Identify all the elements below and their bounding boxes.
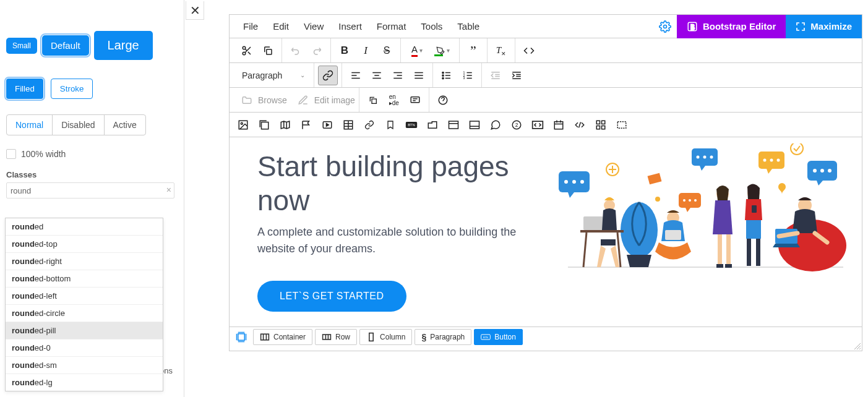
filled-button[interactable]: Filled (6, 79, 43, 99)
link-icon[interactable] (318, 66, 338, 85)
svg-rect-120 (238, 333, 245, 340)
resize-handle-icon[interactable] (853, 342, 861, 349)
dashed-box-icon[interactable] (616, 119, 628, 131)
flag-icon[interactable] (300, 119, 312, 131)
clear-search-icon[interactable]: × (166, 185, 171, 195)
grid-icon[interactable] (595, 119, 607, 131)
strikethrough-icon[interactable]: S (377, 41, 397, 61)
suggestion-rounded-left[interactable]: rounded-left (6, 288, 163, 305)
gallery-icon[interactable] (258, 119, 270, 131)
paragraph-format-select[interactable]: Paragraph⌄ (237, 70, 310, 80)
cut-icon[interactable] (237, 41, 257, 61)
menu-tools[interactable]: Tools (413, 21, 450, 32)
code-icon[interactable] (519, 41, 539, 61)
fullwidth-checkbox-row[interactable]: 100% width (6, 149, 178, 159)
svg-rect-104 (601, 239, 616, 245)
text-color-icon[interactable]: A▾ (405, 41, 429, 61)
italic-icon[interactable]: I (356, 41, 376, 61)
redo-icon[interactable] (307, 41, 327, 61)
bold-icon[interactable]: B (335, 41, 355, 61)
blockquote-icon[interactable]: ” (463, 41, 483, 61)
grid-selector-icon[interactable] (233, 329, 249, 345)
window-icon[interactable] (447, 119, 460, 131)
highlight-icon[interactable]: ▾ (431, 41, 455, 61)
breadcrumb-column[interactable]: Column (359, 329, 412, 345)
state-normal[interactable]: Normal (7, 115, 53, 135)
undo-icon[interactable] (286, 41, 306, 61)
bullet-list-icon[interactable] (437, 66, 457, 85)
svg-point-92 (694, 199, 697, 202)
align-center-icon[interactable] (367, 66, 387, 85)
image-icon[interactable] (237, 119, 249, 131)
menu-format[interactable]: Format (369, 21, 414, 32)
bootstrap-editor-button[interactable]: Bootstrap Editor (677, 15, 786, 38)
button-insert-icon[interactable]: BTN (405, 119, 418, 131)
page-subtext[interactable]: A complete and customizable solution to … (257, 224, 523, 257)
breadcrumb-paragraph[interactable]: § Paragraph (415, 329, 471, 345)
suggestion-rounded[interactable]: rounded (6, 218, 163, 236)
copy-icon[interactable] (258, 41, 278, 61)
chat-icon[interactable] (489, 119, 502, 131)
state-active[interactable]: Active (105, 115, 145, 135)
suggestion-rounded-0[interactable]: rounded-0 (6, 339, 163, 357)
tab-icon[interactable] (426, 119, 439, 131)
fullwidth-label: 100% width (21, 149, 66, 159)
suggestion-rounded-circle[interactable]: rounded-circle (6, 305, 163, 322)
card-icon[interactable] (468, 119, 481, 131)
help-icon[interactable] (433, 90, 453, 110)
svg-rect-58 (554, 121, 563, 129)
properties-sidebar: Small Default Large Filled Stroke Normal… (0, 0, 184, 397)
align-left-icon[interactable] (346, 66, 366, 85)
align-justify-icon[interactable] (409, 66, 429, 85)
calendar-icon[interactable] (552, 119, 565, 131)
close-sidebar-icon[interactable]: ✕ (186, 1, 204, 20)
breadcrumb-row[interactable]: Row (315, 329, 357, 345)
checkbox-icon[interactable] (6, 149, 16, 159)
state-disabled[interactable]: Disabled (53, 115, 104, 135)
edit-image-label[interactable]: Edit image (314, 95, 355, 105)
size-large-button[interactable]: Large (94, 31, 153, 60)
class-search-input[interactable] (11, 186, 159, 195)
outdent-icon[interactable] (486, 66, 505, 85)
menu-view[interactable]: View (296, 21, 331, 32)
browse-label[interactable]: Browse (258, 95, 287, 105)
suggestion-rounded-lg[interactable]: rounded-lg (6, 374, 163, 391)
map-icon[interactable] (279, 119, 291, 131)
clear-formatting-icon[interactable]: T✕ (491, 41, 511, 61)
suggestion-rounded-pill[interactable]: rounded-pill (6, 322, 163, 339)
translate-icon[interactable]: en▸de (384, 90, 404, 110)
table-insert-icon[interactable] (342, 119, 355, 131)
menu-file[interactable]: File (236, 21, 265, 32)
suggestion-rounded-bottom[interactable]: rounded-bottom (6, 270, 163, 288)
folder-open-icon[interactable] (237, 90, 257, 110)
embed-icon[interactable] (531, 119, 544, 131)
code-block-icon[interactable] (574, 119, 586, 131)
link2-icon[interactable] (363, 119, 376, 131)
menu-edit[interactable]: Edit (265, 21, 296, 32)
suggestion-rounded-right[interactable]: rounded-right (6, 253, 163, 270)
comment-box-icon[interactable] (405, 90, 425, 110)
editor-canvas[interactable]: Start building pages now A complete and … (230, 137, 862, 327)
maximize-button[interactable]: Maximize (786, 15, 862, 38)
indent-icon[interactable] (507, 66, 526, 85)
copy2-icon[interactable] (363, 90, 383, 110)
cta-button[interactable]: LET`S GET STARTED (257, 281, 406, 312)
size-small-button[interactable]: Small (6, 38, 37, 54)
stroke-button[interactable]: Stroke (51, 79, 93, 99)
row-icon (322, 332, 332, 342)
menu-insert[interactable]: Insert (331, 21, 369, 32)
numbered-list-icon[interactable]: 123 (458, 66, 478, 85)
breadcrumb-container[interactable]: Container (253, 329, 312, 345)
page-headline[interactable]: Start building pages now (257, 150, 567, 218)
circled-2-icon[interactable]: 2 (510, 119, 523, 131)
settings-gear-icon[interactable] (653, 15, 677, 38)
bookmark-icon[interactable] (384, 119, 397, 131)
video-icon[interactable] (321, 119, 333, 131)
suggestion-rounded-sm[interactable]: rounded-sm (6, 357, 163, 374)
edit-image-icon[interactable] (293, 90, 313, 110)
size-default-button[interactable]: Default (42, 35, 89, 56)
align-right-icon[interactable] (388, 66, 408, 85)
suggestion-rounded-top[interactable]: rounded-top (6, 236, 163, 253)
menu-table[interactable]: Table (450, 21, 487, 32)
breadcrumb-button[interactable]: BTN Button (474, 329, 523, 345)
